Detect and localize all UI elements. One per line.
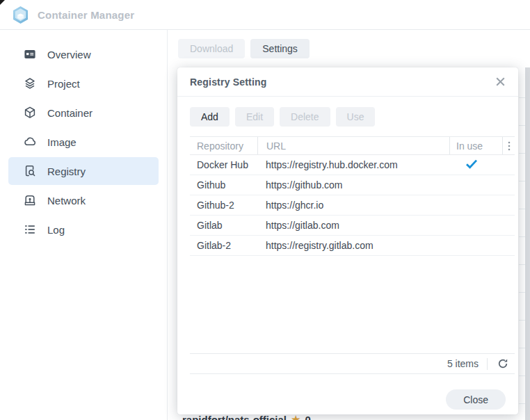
in-use-check-icon [465,159,478,171]
table-row[interactable]: Github https://github.com [190,175,515,195]
cell-in-use [449,240,502,252]
sidebar-item-label: Project [47,78,80,90]
settings-button[interactable]: Settings [250,39,310,58]
sidebar-item-network[interactable]: Network [8,186,159,214]
cell-url: https://registry.gitlab.com [257,240,449,251]
download-button: Download [178,39,245,58]
background-item-name: rapidfort/nats-official [182,414,287,420]
sidebar-item-log[interactable]: Log [8,216,159,243]
close-button[interactable]: Close [446,389,506,410]
kebab-menu-icon [508,141,511,151]
registry-icon [23,164,37,178]
table-footer: 5 items [190,353,515,374]
project-icon [23,76,37,90]
sidebar-item-label: Network [47,195,86,207]
cell-url: https://ghcr.io [257,200,449,211]
sidebar-item-label: Log [47,224,65,236]
background-table-row-lines [519,97,525,410]
column-header-in-use[interactable]: In use [449,137,502,154]
sidebar-item-registry[interactable]: Registry [8,157,159,185]
dialog-header: Registry Setting [177,67,518,97]
footer-divider [487,358,488,370]
sidebar-item-image[interactable]: Image [8,128,159,156]
cell-repository: Github-2 [190,200,257,211]
registry-page-toolbar: Download Settings [178,39,310,58]
log-icon [23,223,37,236]
sidebar-item-label: Overview [47,49,91,60]
cell-in-use [449,179,502,191]
background-scrollbar[interactable] [525,67,530,420]
cell-repository: Gitlab [190,220,257,231]
overview-icon [23,47,37,61]
sidebar-item-label: Container [47,107,93,119]
delete-button: Delete [280,107,330,127]
star-icon: ★ [291,414,300,420]
app-header: Container Manager [0,0,530,30]
cell-url: https://github.com [257,179,449,191]
background-item-star-count: 0 [305,414,311,420]
cell-in-use [449,200,502,211]
column-options-menu[interactable] [502,137,515,154]
table-body: Docker Hub https://registry.hub.docker.c… [190,155,515,353]
image-cloud-icon [23,135,37,149]
table-row[interactable]: Docker Hub https://registry.hub.docker.c… [190,155,515,175]
table-row[interactable]: Gitlab-2 https://registry.gitlab.com [190,236,515,256]
dialog-title: Registry Setting [190,76,495,88]
cell-repository: Gitlab-2 [190,240,257,251]
sidebar-item-overview[interactable]: Overview [8,40,159,68]
cell-url: https://registry.hub.docker.com [257,159,449,170]
refresh-icon[interactable] [495,356,511,371]
registry-table: Repository URL In use Docker Hub https:/… [190,136,515,374]
container-manager-logo-icon [12,6,29,24]
table-header-row: Repository URL In use [190,136,515,155]
column-header-repository[interactable]: Repository [190,137,257,154]
dialog-toolbar: Add Edit Delete Use [177,97,518,136]
cell-url: https://gitlab.com [257,220,449,231]
edit-button: Edit [235,107,274,127]
registry-setting-dialog: Registry Setting Add Edit Delete Use Rep… [177,67,518,414]
use-button: Use [336,107,376,127]
table-row[interactable]: Github-2 https://ghcr.io [190,195,515,216]
column-header-url[interactable]: URL [257,137,449,154]
sidebar-item-container[interactable]: Container [8,99,159,127]
cell-repository: Docker Hub [190,159,257,170]
network-icon [23,193,37,207]
background-list-item: rapidfort/nats-official ★ 0 [182,414,311,420]
sidebar: Overview Project Container Image [0,30,168,420]
close-icon[interactable] [495,76,506,88]
sidebar-item-label: Registry [47,165,86,177]
app-title: Container Manager [38,9,134,21]
cell-in-use [449,159,502,171]
sidebar-item-label: Image [47,136,77,148]
cell-in-use [449,220,502,232]
cell-repository: Github [190,179,257,191]
container-icon [23,106,37,120]
dialog-footer: Close [177,374,518,414]
add-button[interactable]: Add [190,107,230,127]
item-count: 5 items [447,358,479,369]
sidebar-item-project[interactable]: Project [8,70,159,97]
table-row[interactable]: Gitlab https://gitlab.com [190,216,515,236]
